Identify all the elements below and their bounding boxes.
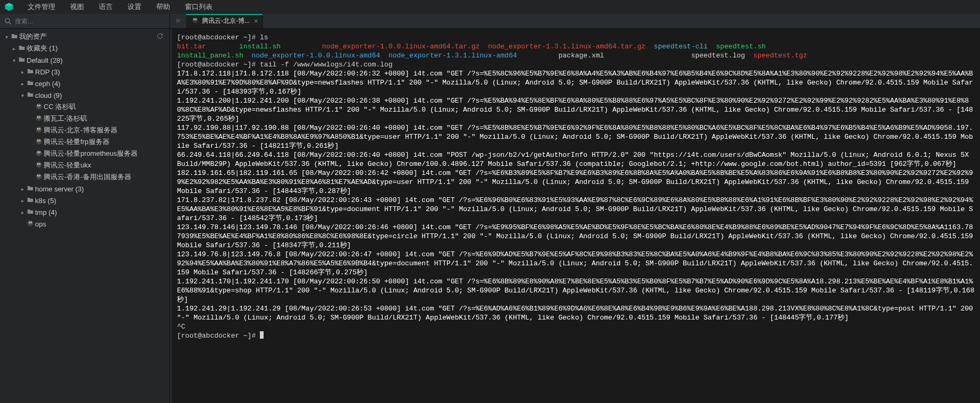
tree-item[interactable]: ▸k8s (5): [0, 195, 170, 206]
svg-point-20: [39, 116, 40, 117]
folder-icon: [26, 208, 35, 217]
menu-settings[interactable]: 设置: [121, 1, 148, 13]
tree-item[interactable]: ▸home server (3): [0, 183, 170, 195]
tree-item[interactable]: ▾我的资产: [0, 31, 170, 43]
svg-point-31: [38, 140, 38, 140]
svg-point-8: [196, 19, 196, 20]
search-input[interactable]: [15, 18, 165, 25]
tree-item-label: ceph (4): [35, 80, 61, 88]
chevron-icon: ▸: [19, 186, 26, 192]
svg-point-34: [36, 150, 42, 156]
tree-item-label: 腾讯云-轻量prometheus服务器: [44, 149, 138, 158]
linux-icon: [34, 161, 44, 170]
terminal[interactable]: [root@abcdocker ~]# lsbit.tar install.sh…: [172, 29, 980, 403]
svg-point-19: [38, 116, 38, 117]
folder-icon: [26, 184, 35, 194]
svg-point-7: [194, 19, 195, 20]
tab-label: 腾讯云-北京-博...: [202, 16, 250, 26]
tab-close-button[interactable]: ×: [253, 17, 259, 25]
svg-point-55: [29, 222, 30, 222]
tree-item-label: CC 洛杉矶: [44, 102, 76, 112]
tree-item-label: 腾讯云-香港-备用出国服务器: [44, 172, 131, 182]
tree-item[interactable]: CC 洛杉矶: [0, 101, 170, 113]
svg-point-38: [39, 152, 40, 152]
linux-icon: [34, 138, 44, 147]
folder-icon: [26, 68, 35, 77]
svg-point-22: [36, 127, 42, 133]
menubar: 文件管理 视图 语言 设置 帮助 窗口列表: [0, 0, 980, 14]
menu-help[interactable]: 帮助: [150, 1, 176, 13]
chevron-icon: ▸: [19, 81, 26, 87]
folder-icon: [17, 44, 27, 53]
tree-item[interactable]: ▾Default (28): [0, 54, 170, 66]
svg-point-13: [38, 105, 38, 105]
refresh-button[interactable]: [157, 33, 165, 41]
svg-point-43: [38, 163, 38, 164]
folder-icon: [26, 79, 35, 88]
app-logo-icon: [4, 2, 14, 12]
svg-line-3: [9, 22, 11, 24]
svg-point-40: [36, 162, 42, 168]
chevron-icon: ▸: [19, 198, 26, 204]
tree-item-label: 收藏夹 (1): [27, 44, 58, 53]
tree-item[interactable]: 腾讯云-轻量prometheus服务器: [0, 148, 170, 159]
svg-point-16: [36, 115, 42, 121]
svg-point-2: [5, 18, 10, 22]
chevron-icon: ▾: [11, 57, 17, 63]
tree-item[interactable]: ▸tmp (4): [0, 206, 170, 218]
tree-item[interactable]: 腾讯云-北京-博客服务器: [0, 124, 170, 136]
svg-point-49: [38, 175, 38, 175]
tab-bar: 腾讯云-北京-博... ×: [170, 14, 980, 28]
chevron-icon: ▸: [19, 209, 26, 215]
tree-item[interactable]: ▸RDP (3): [0, 66, 170, 78]
linux-icon: [34, 103, 44, 112]
svg-point-32: [39, 140, 40, 140]
tree-item[interactable]: ops: [0, 218, 170, 230]
toggle-sidebar-button[interactable]: [170, 13, 186, 28]
tree-item[interactable]: 腾讯云-轻量ukx: [0, 159, 170, 171]
tree-item-label: 腾讯云-轻量ukx: [44, 161, 91, 170]
svg-point-50: [39, 175, 40, 175]
tree-item[interactable]: ▸收藏夹 (1): [0, 43, 170, 54]
tree-item-label: 我的资产: [19, 32, 47, 41]
svg-point-26: [39, 128, 40, 129]
menu-file[interactable]: 文件管理: [21, 1, 62, 13]
svg-point-44: [39, 163, 40, 164]
search-box: [0, 14, 170, 28]
svg-point-37: [38, 152, 38, 152]
search-icon: [4, 18, 12, 25]
tree-item[interactable]: ▾cloud (9): [0, 89, 170, 101]
sidebar-tree: ▾我的资产▸收藏夹 (1)▾Default (28)▸RDP (3)▸ceph …: [0, 29, 170, 403]
tree-item-label: 腾讯云-轻量frp服务器: [44, 137, 109, 147]
folder-icon: [26, 91, 35, 100]
linux-icon: [34, 149, 44, 158]
folder-icon: [26, 196, 35, 205]
chevron-icon: ▾: [3, 34, 10, 40]
tree-item-label: k8s (5): [35, 197, 56, 205]
linux-icon: [26, 220, 35, 229]
chevron-icon: ▸: [11, 46, 17, 52]
menu-view[interactable]: 视图: [64, 1, 90, 13]
tree-item[interactable]: ▸ceph (4): [0, 78, 170, 89]
chevron-icon: ▾: [19, 93, 26, 98]
menu-language[interactable]: 语言: [92, 1, 119, 13]
chevron-icon: ▸: [19, 69, 26, 75]
tree-item-label: cloud (9): [35, 91, 62, 99]
tree-item[interactable]: 腾讯云-轻量frp服务器: [0, 136, 170, 148]
svg-point-10: [36, 103, 42, 110]
tree-item-label: Default (28): [27, 56, 63, 64]
svg-point-25: [38, 128, 38, 129]
tree-item[interactable]: 搬瓦工-洛杉矶: [0, 113, 170, 124]
tree-item[interactable]: 腾讯云-香港-备用出国服务器: [0, 171, 170, 183]
session-tab[interactable]: 腾讯云-北京-博... ×: [186, 13, 263, 28]
folder-icon: [10, 32, 19, 41]
svg-point-14: [39, 105, 40, 105]
folder-icon: [17, 56, 27, 65]
tree-item-label: ops: [35, 220, 46, 228]
svg-point-56: [31, 222, 31, 222]
menu-windows[interactable]: 窗口列表: [179, 1, 219, 13]
terminal-cursor: [260, 331, 264, 339]
tree-item-label: tmp (4): [35, 208, 57, 216]
linux-icon: [34, 126, 44, 135]
linux-icon: [34, 114, 44, 123]
